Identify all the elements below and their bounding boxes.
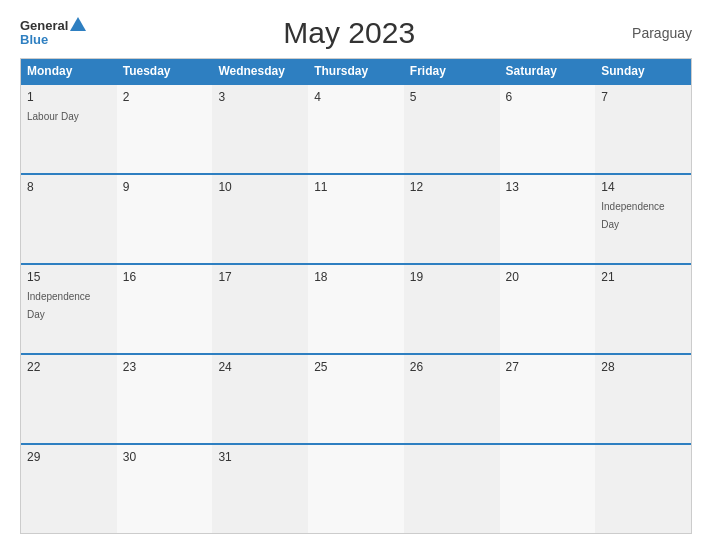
- calendar-cell-4-1: 22: [21, 355, 117, 443]
- day-number: 22: [27, 360, 111, 374]
- day-number: 2: [123, 90, 207, 104]
- calendar-week-4: 22232425262728: [21, 353, 691, 443]
- header-sunday: Sunday: [595, 59, 691, 83]
- calendar-cell-3-3: 17: [212, 265, 308, 353]
- day-number: 30: [123, 450, 207, 464]
- calendar-week-1: 1Labour Day234567: [21, 83, 691, 173]
- calendar-cell-1-1: 1Labour Day: [21, 85, 117, 173]
- calendar: Monday Tuesday Wednesday Thursday Friday…: [20, 58, 692, 534]
- calendar-cell-3-5: 19: [404, 265, 500, 353]
- calendar-cell-1-6: 6: [500, 85, 596, 173]
- calendar-cell-3-1: 15Independence Day: [21, 265, 117, 353]
- calendar-week-3: 15Independence Day161718192021: [21, 263, 691, 353]
- calendar-cell-5-1: 29: [21, 445, 117, 533]
- calendar-cell-2-3: 10: [212, 175, 308, 263]
- day-number: 8: [27, 180, 111, 194]
- day-number: 29: [27, 450, 111, 464]
- calendar-cell-1-5: 5: [404, 85, 500, 173]
- calendar-cell-4-4: 25: [308, 355, 404, 443]
- day-event: Independence Day: [601, 201, 664, 230]
- calendar-day-headers: Monday Tuesday Wednesday Thursday Friday…: [21, 59, 691, 83]
- calendar-cell-4-2: 23: [117, 355, 213, 443]
- header-saturday: Saturday: [500, 59, 596, 83]
- calendar-cell-1-3: 3: [212, 85, 308, 173]
- day-number: 18: [314, 270, 398, 284]
- logo: General Blue: [20, 19, 86, 48]
- day-number: 3: [218, 90, 302, 104]
- day-number: 6: [506, 90, 590, 104]
- day-event: Independence Day: [27, 291, 90, 320]
- day-event: Labour Day: [27, 111, 79, 122]
- calendar-cell-3-7: 21: [595, 265, 691, 353]
- calendar-cell-4-6: 27: [500, 355, 596, 443]
- calendar-week-2: 891011121314Independence Day: [21, 173, 691, 263]
- day-number: 28: [601, 360, 685, 374]
- day-number: 26: [410, 360, 494, 374]
- calendar-cell-5-7: [595, 445, 691, 533]
- day-number: 12: [410, 180, 494, 194]
- day-number: 16: [123, 270, 207, 284]
- calendar-cell-1-4: 4: [308, 85, 404, 173]
- header-monday: Monday: [21, 59, 117, 83]
- day-number: 19: [410, 270, 494, 284]
- logo-text-blue: Blue: [20, 33, 48, 47]
- day-number: 20: [506, 270, 590, 284]
- day-number: 27: [506, 360, 590, 374]
- day-number: 23: [123, 360, 207, 374]
- calendar-cell-5-2: 30: [117, 445, 213, 533]
- day-number: 11: [314, 180, 398, 194]
- header-tuesday: Tuesday: [117, 59, 213, 83]
- calendar-cell-4-3: 24: [212, 355, 308, 443]
- calendar-cell-5-3: 31: [212, 445, 308, 533]
- calendar-week-5: 293031: [21, 443, 691, 533]
- day-number: 15: [27, 270, 111, 284]
- day-number: 5: [410, 90, 494, 104]
- day-number: 21: [601, 270, 685, 284]
- calendar-cell-2-2: 9: [117, 175, 213, 263]
- day-number: 10: [218, 180, 302, 194]
- day-number: 31: [218, 450, 302, 464]
- calendar-title: May 2023: [86, 16, 612, 50]
- calendar-cell-2-4: 11: [308, 175, 404, 263]
- calendar-cell-1-2: 2: [117, 85, 213, 173]
- day-number: 14: [601, 180, 685, 194]
- calendar-cell-4-7: 28: [595, 355, 691, 443]
- logo-triangle-icon: [70, 17, 86, 31]
- day-number: 9: [123, 180, 207, 194]
- day-number: 25: [314, 360, 398, 374]
- page: General Blue May 2023 Paraguay Monday Tu…: [0, 0, 712, 550]
- calendar-cell-3-4: 18: [308, 265, 404, 353]
- calendar-cell-5-6: [500, 445, 596, 533]
- calendar-body: 1Labour Day234567891011121314Independenc…: [21, 83, 691, 533]
- day-number: 7: [601, 90, 685, 104]
- day-number: 17: [218, 270, 302, 284]
- country-label: Paraguay: [612, 25, 692, 41]
- calendar-cell-4-5: 26: [404, 355, 500, 443]
- calendar-cell-2-5: 12: [404, 175, 500, 263]
- calendar-cell-3-6: 20: [500, 265, 596, 353]
- calendar-cell-3-2: 16: [117, 265, 213, 353]
- calendar-cell-2-7: 14Independence Day: [595, 175, 691, 263]
- calendar-header: General Blue May 2023 Paraguay: [20, 16, 692, 50]
- day-number: 24: [218, 360, 302, 374]
- logo-text-general: General: [20, 19, 68, 33]
- header-wednesday: Wednesday: [212, 59, 308, 83]
- header-thursday: Thursday: [308, 59, 404, 83]
- day-number: 1: [27, 90, 111, 104]
- day-number: 4: [314, 90, 398, 104]
- calendar-cell-2-6: 13: [500, 175, 596, 263]
- calendar-cell-5-4: [308, 445, 404, 533]
- header-friday: Friday: [404, 59, 500, 83]
- calendar-cell-2-1: 8: [21, 175, 117, 263]
- day-number: 13: [506, 180, 590, 194]
- calendar-cell-1-7: 7: [595, 85, 691, 173]
- calendar-cell-5-5: [404, 445, 500, 533]
